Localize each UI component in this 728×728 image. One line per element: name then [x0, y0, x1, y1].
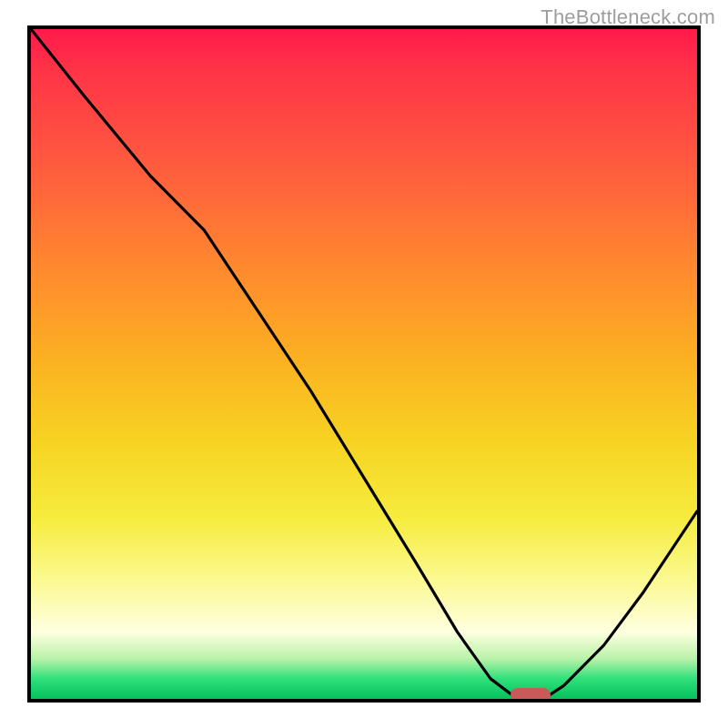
chart-container: TheBottleneck.com: [0, 0, 728, 728]
valley-marker: [511, 688, 551, 703]
watermark-text: TheBottleneck.com: [541, 5, 715, 29]
plot-frame: [27, 25, 701, 703]
bottleneck-curve: [31, 29, 697, 699]
